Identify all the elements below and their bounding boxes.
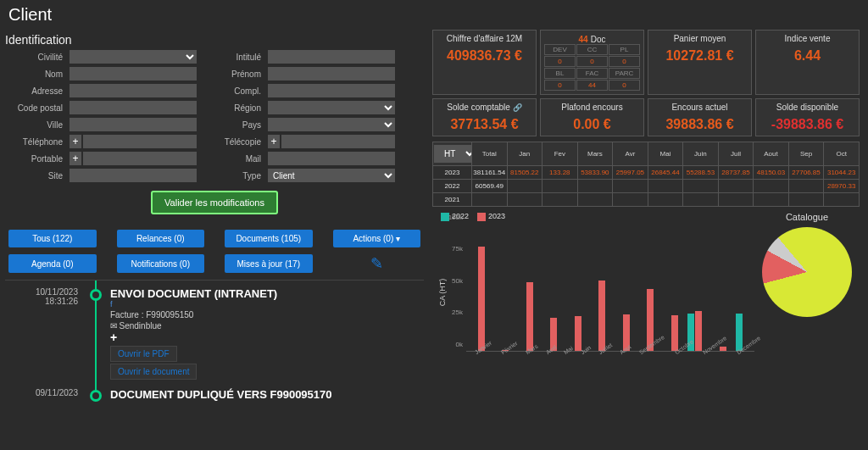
label-compl: Compl. <box>203 86 261 96</box>
input-region[interactable] <box>268 101 395 114</box>
validate-button[interactable]: Valider les modifications <box>151 191 278 214</box>
filter-maj[interactable]: Mises à jour (17) <box>225 254 313 273</box>
identification-title: Identification <box>5 30 424 50</box>
timeline-date: 10/11/2023 <box>5 287 78 297</box>
timeline-time: 18:31:26 <box>5 297 78 306</box>
right-panel: Chiffre d'affaire 12M 409836.73 € 44 Doc… <box>429 30 863 408</box>
kpi-dispo: Solde disponible -39883.86 € <box>755 98 860 136</box>
left-panel: Identification Civilité Intitulé Nom Pré… <box>0 30 429 408</box>
label-site: Site <box>5 171 63 181</box>
input-prenom[interactable] <box>268 67 395 81</box>
filter-tous[interactable]: Tous (122) <box>8 230 97 247</box>
timeline-title: DOCUMENT DUPLIQUÉ VERS F990095170 <box>110 388 424 401</box>
kpi-ca12m-value: 409836.73 € <box>437 48 532 64</box>
add-phone-button[interactable]: + <box>70 135 81 148</box>
input-portable[interactable] <box>83 152 197 165</box>
label-intitule: Intitulé <box>203 53 261 62</box>
add-mobile-button[interactable]: + <box>70 152 81 165</box>
timeline-subtitle: Facture : F990095150 <box>110 310 424 319</box>
kpi-indice: Indice vente 6.44 <box>755 30 860 95</box>
label-nom: Nom <box>5 69 63 79</box>
pie-chart: Catalogue <box>754 212 860 364</box>
timeline-item: 09/11/2023 DOCUMENT DUPLIQUÉ VERS F99009… <box>5 388 424 401</box>
kpi-dispo-value: -39883.86 € <box>760 117 855 132</box>
kpi-panier-value: 10272.81 € <box>652 48 748 64</box>
label-civilite: Civilité <box>5 53 63 62</box>
input-pays[interactable] <box>268 118 395 131</box>
bar-2023-Octobre <box>695 311 702 351</box>
filter-notifications[interactable]: Notifications (0) <box>117 254 205 273</box>
input-site[interactable] <box>70 169 197 182</box>
open-pdf-button[interactable]: Ouvrir le PDF <box>110 346 177 362</box>
kpi-docs: 44 Doc DEVCCPL000BLFACPARC0440 <box>540 30 644 95</box>
table-row: 2021 <box>433 193 860 207</box>
kpi-solde-value: 37713.54 € <box>437 117 532 132</box>
timeline-sender: ✉ Sendinblue <box>110 321 424 331</box>
filter-documents[interactable]: Documents (105) <box>225 230 313 247</box>
input-compl[interactable] <box>268 84 395 97</box>
label-telephone: Téléphone <box>5 137 63 147</box>
facebook-icon: f <box>110 300 424 308</box>
bar-2023-Novembre <box>720 347 726 351</box>
timeline-dot-icon <box>90 390 102 402</box>
label-mail: Mail <box>203 154 261 164</box>
label-portable: Portable <box>5 154 63 164</box>
label-telecopie: Télécopie <box>203 137 261 147</box>
label-pays: Pays <box>203 120 261 130</box>
expand-icon[interactable]: + <box>110 331 424 344</box>
filter-actions[interactable]: Actions (0) ▾ <box>333 230 421 247</box>
kpi-indice-value: 6.44 <box>760 48 855 64</box>
timeline-dot-icon <box>90 289 102 301</box>
timeline-title: ENVOI DOCUMENT (INTRANET) <box>110 287 424 300</box>
timeline-item: 10/11/2023 18:31:26 ENVOI DOCUMENT (INTR… <box>5 287 424 381</box>
input-mail[interactable] <box>268 152 395 165</box>
edit-icon[interactable]: ✎ <box>333 254 421 273</box>
sales-table: HTTotalJanFevMarsAvrMaiJuinJuilAoutSepOc… <box>432 142 860 207</box>
open-doc-button[interactable]: Ouvrir le document <box>110 364 197 380</box>
identification-form: Civilité Intitulé Nom Prénom Adresse Com… <box>5 50 424 182</box>
kpi-plafond: Plafond encours 0.00 € <box>540 98 644 136</box>
input-telecopie[interactable] <box>281 135 395 148</box>
input-telephone[interactable] <box>83 135 197 148</box>
label-region: Région <box>203 103 261 113</box>
input-codepostal[interactable] <box>70 101 197 114</box>
label-prenom: Prénom <box>203 69 261 79</box>
table-row: 202260569.4928970.33 <box>433 180 860 193</box>
input-nom[interactable] <box>70 67 197 81</box>
pie-title: Catalogue <box>754 212 860 222</box>
bar-chart: 20222023 CA (HT) 0k25k50k75k100k Janvier… <box>432 212 754 364</box>
label-adresse: Adresse <box>5 86 63 96</box>
kpi-ca12m: Chiffre d'affaire 12M 409836.73 € <box>432 30 537 95</box>
bar-2023-Juin <box>598 281 605 351</box>
input-type[interactable]: Client <box>268 169 395 182</box>
label-type: Type <box>203 171 261 181</box>
bar-2023-Janvier <box>478 247 485 350</box>
filter-relances[interactable]: Relances (0) <box>117 230 205 247</box>
filter-buttons: Tous (122) Relances (0) Documents (105) … <box>5 223 424 280</box>
timeline: 10/11/2023 18:31:26 ENVOI DOCUMENT (INTR… <box>5 280 424 401</box>
filter-agenda[interactable]: Agenda (0) <box>8 254 97 273</box>
kpi-encours: Encours actuel 39883.86 € <box>648 98 752 136</box>
page-title: Client <box>0 0 868 30</box>
input-adresse[interactable] <box>70 84 197 97</box>
timeline-date: 09/11/2023 <box>5 388 78 397</box>
ht-select[interactable]: HT <box>434 145 472 163</box>
input-civilite[interactable] <box>70 50 197 64</box>
input-ville[interactable] <box>70 118 197 131</box>
kpi-solde[interactable]: Solde comptable 🔗 37713.54 € <box>432 98 537 136</box>
kpi-panier: Panier moyen 10272.81 € <box>648 30 752 95</box>
kpi-encours-value: 39883.86 € <box>652 117 748 132</box>
table-row: 2023381161.5481505.22133.2853833.9025997… <box>433 166 860 180</box>
link-icon: 🔗 <box>513 103 522 112</box>
label-codepostal: Code postal <box>5 103 63 113</box>
label-ville: Ville <box>5 120 63 130</box>
add-fax-button[interactable]: + <box>268 135 280 148</box>
input-intitule[interactable] <box>268 50 395 64</box>
kpi-plafond-value: 0.00 € <box>544 117 640 132</box>
